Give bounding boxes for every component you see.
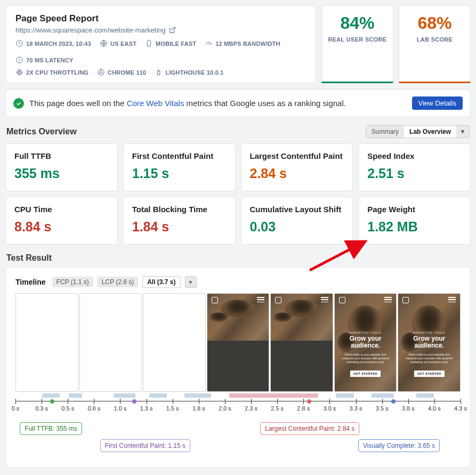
meta-device: MOBILE FAST: [145, 39, 196, 47]
tab-dropdown-icon[interactable]: ▼: [456, 126, 469, 138]
real-user-score-card[interactable]: 84% REAL USER SCORE: [321, 5, 393, 83]
svg-line-0: [172, 28, 175, 31]
metric-value: 2.51 s: [367, 166, 462, 181]
metric-grid: Full TTFB355 msFirst Contentful Paint1.1…: [5, 143, 471, 245]
lab-score-value: 68%: [404, 13, 466, 33]
meta-region: US EAST: [100, 39, 136, 47]
metric-name: Full TTFB: [14, 151, 109, 160]
real-user-score-label: REAL USER SCORE: [326, 36, 389, 43]
tab-summary[interactable]: Summary: [366, 126, 404, 138]
chip-all[interactable]: All (3.7 s): [142, 276, 180, 288]
svg-line-5: [209, 43, 211, 45]
metric-tile[interactable]: Speed Index2.51 s: [358, 143, 471, 191]
metric-name: First Contentful Paint: [132, 151, 227, 160]
meta-row: 18 MARCH 2023, 10:43 US EAST MOBILE FAST…: [15, 39, 306, 64]
lab-score-label: LAB SCORE: [404, 36, 466, 43]
metric-name: Speed Index: [367, 151, 462, 160]
filmstrip-frame: [79, 293, 142, 392]
metric-value: 8.84 s: [14, 219, 109, 235]
cwv-link[interactable]: Core Web Vitals: [127, 99, 184, 108]
metric-value: 355 ms: [14, 166, 109, 181]
metric-name: Page Weight: [367, 205, 462, 214]
mobile-icon: [145, 39, 153, 47]
metric-tile[interactable]: Total Blocking Time1.84 s: [123, 197, 236, 245]
svg-line-19: [161, 71, 162, 72]
tab-lab-overview[interactable]: Lab Overview: [404, 126, 456, 138]
timeline-title: Timeline: [15, 278, 46, 286]
chip-fcp[interactable]: FCP (1.1 s): [52, 277, 93, 287]
meta-browser: CHROME 110: [97, 68, 146, 76]
metric-tile[interactable]: Page Weight1.82 MB: [358, 197, 471, 245]
check-icon: [13, 98, 24, 109]
chrome-icon: [97, 68, 105, 76]
report-title: Page Speed Report: [15, 13, 306, 24]
meta-throttle: 2X CPU THROTTLING: [15, 68, 88, 76]
callout-vc: Visually Complete: 3.65 s: [358, 439, 440, 452]
metric-value: 2.84 s: [250, 166, 344, 181]
metrics-overview-title: Metrics Overview: [6, 127, 77, 136]
metric-value: 1.15 s: [132, 166, 227, 181]
cpu-icon: [15, 68, 23, 76]
callout-ttfb: Full TTFB: 355 ms: [20, 422, 82, 435]
meta-latency: 70 MS LATENCY: [15, 56, 74, 64]
report-url[interactable]: https://www.squarespace.com/website-mark…: [15, 26, 306, 34]
view-details-button[interactable]: View Details: [412, 96, 463, 110]
cwv-text: This page does well on the Core Web Vita…: [29, 99, 407, 108]
callout-lcp: Largest Contentful Paint: 2.84 s: [260, 422, 359, 435]
meta-row-2: 2X CPU THROTTLING CHROME 110 LIGHTHOUSE …: [15, 68, 306, 76]
svg-rect-8: [19, 71, 21, 74]
chip-lcp[interactable]: LCP (2.8 s): [98, 277, 138, 287]
meta-date: 18 MARCH 2023, 10:43: [15, 39, 91, 47]
filmstrip-frame: [15, 293, 78, 392]
metric-value: 1.84 s: [132, 219, 227, 235]
lighthouse-icon: [155, 68, 163, 76]
filmstrip-frame: MARKETING TOOLSGrow your audience.Drive …: [398, 293, 461, 392]
svg-line-18: [156, 71, 157, 72]
meta-lighthouse: LIGHTHOUSE 10.0.1: [155, 68, 223, 76]
metric-value: 0.03: [250, 219, 344, 235]
metric-tile[interactable]: Cumulative Layout Shift0.03: [241, 197, 353, 245]
metric-value: 1.82 MB: [367, 219, 462, 235]
report-card: Page Speed Report https://www.squarespac…: [5, 5, 316, 83]
metric-tile[interactable]: CPU Time8.84 s: [5, 197, 118, 245]
test-result-title: Test Result: [5, 253, 471, 263]
meta-bandwidth: 12 MBPS BANDWIDTH: [205, 39, 280, 47]
test-result-card: Timeline FCP (1.1 s) LCP (2.8 s) All (3.…: [5, 267, 471, 468]
metric-name: CPU Time: [14, 205, 109, 214]
real-user-score-value: 84%: [326, 13, 389, 33]
metric-tile[interactable]: Largest Contentful Paint2.84 s: [241, 143, 353, 191]
latency-icon: [15, 56, 23, 64]
overview-tabs[interactable]: Summary Lab Overview ▼: [366, 125, 470, 138]
metric-name: Largest Contentful Paint: [250, 151, 344, 160]
metric-name: Cumulative Layout Shift: [250, 205, 344, 214]
svg-rect-7: [18, 70, 22, 75]
core-web-vitals-banner: This page does well on the Core Web Vita…: [5, 90, 471, 117]
timeline-axis: [15, 401, 461, 412]
svg-line-16: [99, 73, 100, 74]
globe-icon: [100, 39, 108, 47]
resource-band: [15, 393, 461, 398]
metric-name: Total Blocking Time: [132, 205, 227, 214]
filmstrip-frame: [143, 293, 206, 392]
metric-tile[interactable]: Full TTFB355 ms: [5, 143, 118, 191]
clock-icon: [15, 39, 23, 47]
filmstrip: MARKETING TOOLSGrow your audience.Drive …: [15, 293, 461, 392]
metric-tile[interactable]: First Contentful Paint1.15 s: [123, 143, 236, 191]
filmstrip-frame: MARKETING TOOLSGrow your audience.Drive …: [334, 293, 397, 392]
filmstrip-frame: [270, 293, 333, 392]
lab-score-card[interactable]: 68% LAB SCORE: [399, 5, 471, 83]
url-text: https://www.squarespace.com/website-mark…: [15, 26, 166, 34]
chip-dropdown-icon[interactable]: ▼: [185, 276, 197, 288]
gauge-icon: [205, 39, 213, 47]
svg-line-17: [102, 73, 103, 74]
callout-fcp: First Contentful Paint: 1.15 s: [100, 439, 190, 452]
external-link-icon: [169, 27, 176, 34]
filmstrip-frame: [207, 293, 270, 392]
timeline-callouts: Full TTFB: 355 ms First Contentful Paint…: [15, 412, 461, 454]
